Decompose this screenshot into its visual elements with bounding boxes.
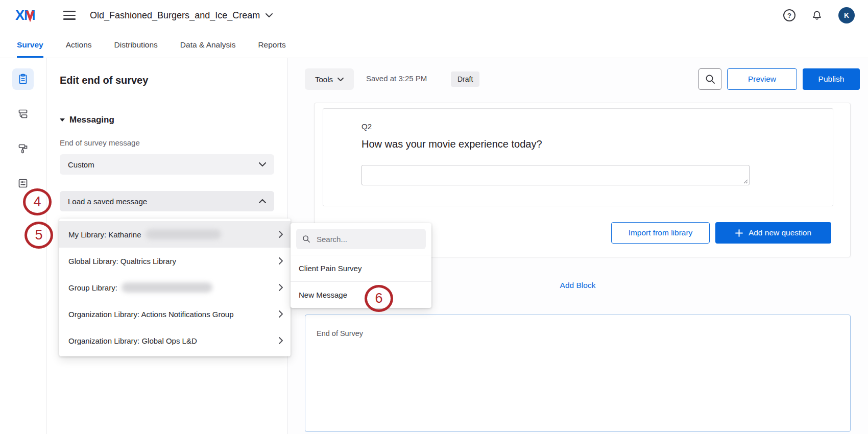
- messaging-section-label: Messaging: [69, 115, 114, 125]
- submenu-search-box: [296, 229, 426, 249]
- load-saved-message-select[interactable]: Load a saved message: [60, 191, 274, 211]
- menu-item-group-library[interactable]: Group Library:: [59, 274, 291, 301]
- qualtrics-survey-editor: XM Old_Fashioned_Burgers_and_Ice_Cream ?: [0, 0, 868, 434]
- tab-survey[interactable]: Survey: [17, 40, 43, 58]
- draft-badge: Draft: [451, 71, 479, 87]
- question-text[interactable]: How was your movie experience today?: [361, 138, 542, 150]
- panel-title: Edit end of survey: [60, 75, 274, 86]
- menu-item-org-library-actions[interactable]: Organization Library: Actions Notificati…: [59, 301, 291, 327]
- xm-logo: XM: [15, 7, 43, 24]
- chevron-right-icon: [279, 257, 283, 264]
- survey-flow-icon[interactable]: [12, 103, 34, 125]
- survey-builder-icon[interactable]: [12, 68, 34, 90]
- chevron-right-icon: [279, 284, 283, 291]
- library-dropdown-menu: My Library: Katharine Global Library: Qu…: [59, 219, 291, 356]
- canvas-search-button[interactable]: [698, 68, 721, 90]
- chevron-up-icon: [259, 199, 266, 203]
- chevron-down-icon: [337, 78, 344, 81]
- annotation-circle-5: 5: [25, 222, 53, 249]
- chevron-down-icon: [266, 13, 273, 17]
- chevron-right-icon: [279, 337, 283, 344]
- chevron-down-icon: [259, 162, 266, 166]
- tab-reports[interactable]: Reports: [258, 40, 285, 58]
- load-saved-message-label: Load a saved message: [68, 197, 147, 206]
- import-from-library-button[interactable]: Import from library: [611, 222, 710, 244]
- notifications-bell-icon[interactable]: [811, 9, 823, 21]
- hamburger-menu-icon[interactable]: [63, 11, 76, 20]
- end-of-survey-message-label: End of survey message: [60, 138, 274, 147]
- survey-title: Old_Fashioned_Burgers_and_Ice_Cream: [90, 10, 260, 21]
- redacted-text: [146, 229, 221, 239]
- submenu-item-client-pain-survey[interactable]: Client Pain Survey: [291, 255, 431, 281]
- chevron-right-icon: [279, 310, 283, 318]
- end-of-survey-label: End of Survey: [317, 329, 363, 337]
- top-header: XM Old_Fashioned_Burgers_and_Ice_Cream ?: [0, 0, 868, 31]
- edit-end-of-survey-panel: Edit end of survey Messaging End of surv…: [46, 58, 287, 434]
- menu-item-org-library-global-ops[interactable]: Organization Library: Global Ops L&D: [59, 327, 291, 354]
- annotation-circle-6: 6: [365, 285, 393, 312]
- saved-status: Saved at 3:25 PM: [366, 74, 427, 83]
- message-type-select[interactable]: Custom: [60, 154, 274, 175]
- search-icon: [705, 74, 715, 84]
- add-new-question-button[interactable]: Add new question: [715, 222, 831, 244]
- survey-title-dropdown[interactable]: Old_Fashioned_Burgers_and_Ice_Cream: [90, 10, 273, 21]
- question-id: Q2: [361, 122, 372, 131]
- menu-item-my-library[interactable]: My Library: Katharine: [59, 221, 291, 248]
- help-icon[interactable]: ?: [783, 9, 795, 21]
- question-card[interactable]: Q2 How was your movie experience today?: [323, 108, 833, 206]
- look-and-feel-icon[interactable]: [12, 138, 34, 159]
- tab-data-analysis[interactable]: Data & Analysis: [180, 40, 236, 58]
- user-avatar[interactable]: K: [838, 7, 855, 23]
- annotation-circle-4: 4: [23, 188, 52, 215]
- message-search-input[interactable]: [316, 234, 420, 244]
- publish-button[interactable]: Publish: [803, 68, 860, 90]
- plus-icon: [735, 229, 743, 237]
- search-icon: [302, 234, 310, 244]
- menu-item-global-library[interactable]: Global Library: Qualtrics Library: [59, 248, 291, 274]
- message-submenu: Client Pain Survey New Message: [291, 223, 431, 308]
- caret-down-icon: [60, 118, 65, 122]
- header-actions: ? K: [783, 7, 855, 23]
- redacted-text: [122, 282, 212, 293]
- main-nav: Survey Actions Distributions Data & Anal…: [0, 31, 868, 58]
- resize-handle-icon[interactable]: [742, 178, 748, 184]
- chevron-right-icon: [279, 231, 283, 238]
- tab-distributions[interactable]: Distributions: [114, 40, 158, 58]
- submenu-item-new-message[interactable]: New Message: [291, 281, 431, 308]
- tab-actions[interactable]: Actions: [66, 40, 92, 58]
- preview-button[interactable]: Preview: [727, 68, 797, 90]
- end-of-survey-block[interactable]: End of Survey: [305, 315, 851, 432]
- message-type-value: Custom: [68, 160, 94, 169]
- tools-dropdown[interactable]: Tools: [305, 68, 354, 90]
- question-text-entry-input[interactable]: [361, 165, 750, 185]
- messaging-section-toggle[interactable]: Messaging: [60, 115, 274, 125]
